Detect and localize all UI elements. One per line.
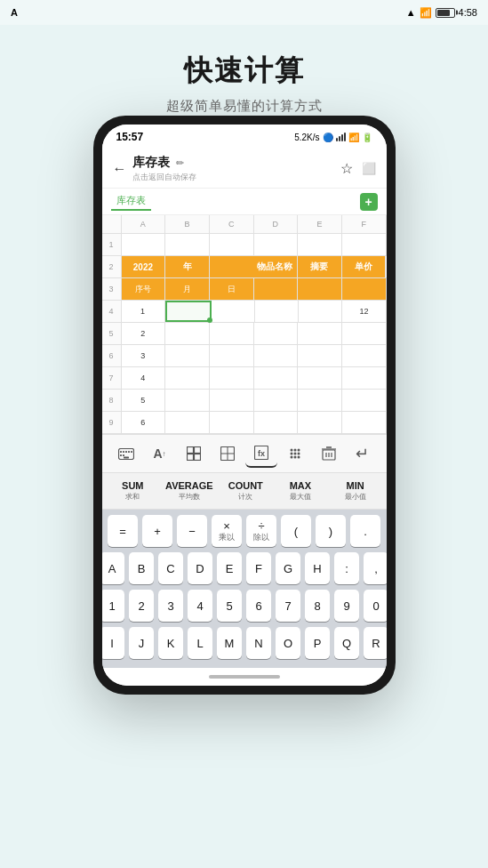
cell-D2[interactable]: 物品名称 (253, 256, 298, 277)
toolbar-enter-btn[interactable]: ↵ (347, 439, 379, 468)
toolbar-apps-btn[interactable] (279, 439, 311, 468)
cell-F1[interactable] (342, 234, 387, 255)
cell-D1[interactable] (254, 234, 299, 255)
cell-F7[interactable] (342, 367, 387, 389)
cell-D8[interactable] (254, 390, 299, 411)
func-key-max[interactable]: MAX 最大值 (278, 480, 323, 502)
cell-F5[interactable] (342, 323, 387, 344)
cell-F3[interactable] (342, 278, 387, 300)
cell-B4[interactable] (165, 301, 212, 322)
add-sheet-button[interactable]: + (360, 193, 378, 211)
cell-A6[interactable]: 3 (122, 345, 166, 366)
key-dot[interactable]: . (350, 515, 380, 547)
cell-B1[interactable] (165, 234, 210, 255)
cell-E9[interactable] (298, 412, 342, 433)
key-2[interactable]: 2 (129, 590, 154, 622)
back-button[interactable]: ← (113, 161, 127, 177)
key-Q[interactable]: Q (334, 627, 359, 659)
cell-C9[interactable] (210, 412, 254, 433)
cell-E4[interactable] (299, 301, 342, 322)
cell-B6[interactable] (165, 345, 210, 366)
key-E[interactable]: E (217, 552, 242, 584)
key-N[interactable]: N (246, 627, 271, 659)
toolbar-merge-btn[interactable] (212, 439, 244, 468)
edit-title-icon[interactable]: ✏ (176, 157, 184, 168)
key-3[interactable]: 3 (158, 590, 183, 622)
cell-E5[interactable] (298, 323, 342, 344)
star-button[interactable]: ☆ (340, 160, 353, 177)
key-M[interactable]: M (217, 627, 242, 659)
cell-E1[interactable] (298, 234, 342, 255)
share-button[interactable]: ⬜ (362, 162, 376, 175)
cell-D9[interactable] (254, 412, 299, 433)
cell-F2[interactable]: 单价 (342, 256, 387, 277)
key-0[interactable]: 0 (364, 590, 387, 622)
cell-D6[interactable] (254, 345, 299, 366)
cell-B5[interactable] (165, 323, 210, 344)
key-B[interactable]: B (129, 552, 154, 584)
cell-F4[interactable]: 12 (342, 301, 386, 322)
cell-A3[interactable]: 序号 (122, 278, 166, 300)
key-open-paren[interactable]: ( (281, 515, 311, 547)
cell-B8[interactable] (165, 390, 210, 411)
cell-B7[interactable] (165, 367, 210, 389)
cell-A4[interactable]: 1 (122, 301, 165, 322)
key-minus[interactable]: − (177, 515, 207, 547)
cell-D7[interactable] (254, 367, 299, 389)
key-multiply[interactable]: × 乘以 (212, 515, 242, 547)
cell-C3[interactable]: 日 (210, 278, 254, 300)
key-A[interactable]: A (102, 552, 125, 584)
cell-C7[interactable] (210, 367, 254, 389)
toolbar-text-btn[interactable]: A↑ (144, 439, 176, 468)
key-4[interactable]: 4 (188, 590, 212, 622)
cell-D4[interactable] (255, 301, 299, 322)
cell-D5[interactable] (254, 323, 299, 344)
func-key-min[interactable]: MIN 最小值 (333, 480, 378, 502)
toolbar-delete-btn[interactable] (313, 439, 345, 468)
cell-A2[interactable]: 2022 (122, 256, 166, 277)
cell-F9[interactable] (342, 412, 387, 433)
toolbar-formula-btn[interactable]: fx (245, 439, 277, 468)
cell-A9[interactable]: 6 (122, 412, 166, 433)
toolbar-grid-btn[interactable] (178, 439, 210, 468)
key-K[interactable]: K (158, 627, 183, 659)
key-1[interactable]: 1 (102, 590, 125, 622)
cell-C5[interactable] (210, 323, 254, 344)
func-key-average[interactable]: AVERAGE 平均数 (165, 480, 213, 502)
func-key-count[interactable]: COUNT 计次 (223, 480, 268, 502)
key-F[interactable]: F (246, 552, 271, 584)
key-close-paren[interactable]: ) (316, 515, 346, 547)
func-key-sum[interactable]: SUM 求和 (110, 480, 155, 502)
key-R[interactable]: R (364, 627, 387, 659)
cell-A1[interactable] (122, 234, 166, 255)
cell-B3[interactable]: 月 (165, 278, 210, 300)
key-plus[interactable]: + (142, 515, 172, 547)
key-divide[interactable]: ÷ 除以 (246, 515, 276, 547)
cell-A8[interactable]: 5 (122, 390, 166, 411)
cell-E2[interactable]: 摘要 (298, 256, 342, 277)
key-5[interactable]: 5 (217, 590, 242, 622)
cell-C4[interactable] (212, 301, 255, 322)
key-I[interactable]: I (102, 627, 125, 659)
key-O[interactable]: O (276, 627, 300, 659)
cell-F6[interactable] (342, 345, 387, 366)
key-7[interactable]: 7 (276, 590, 300, 622)
cell-C6[interactable] (210, 345, 254, 366)
cell-B9[interactable] (165, 412, 210, 433)
key-8[interactable]: 8 (305, 590, 330, 622)
toolbar-keyboard-btn[interactable] (110, 439, 142, 468)
key-comma[interactable]: , (364, 552, 387, 584)
cell-C1[interactable] (210, 234, 254, 255)
key-P[interactable]: P (305, 627, 330, 659)
cell-F8[interactable] (342, 390, 387, 411)
cell-E3[interactable] (298, 278, 342, 300)
cell-C2[interactable] (210, 256, 253, 277)
cell-D3[interactable] (254, 278, 299, 300)
cell-E7[interactable] (298, 367, 342, 389)
cell-A5[interactable]: 2 (122, 323, 166, 344)
key-L[interactable]: L (188, 627, 212, 659)
cell-E6[interactable] (298, 345, 342, 366)
cell-B2[interactable]: 年 (165, 256, 210, 277)
key-G[interactable]: G (276, 552, 300, 584)
key-6[interactable]: 6 (246, 590, 271, 622)
